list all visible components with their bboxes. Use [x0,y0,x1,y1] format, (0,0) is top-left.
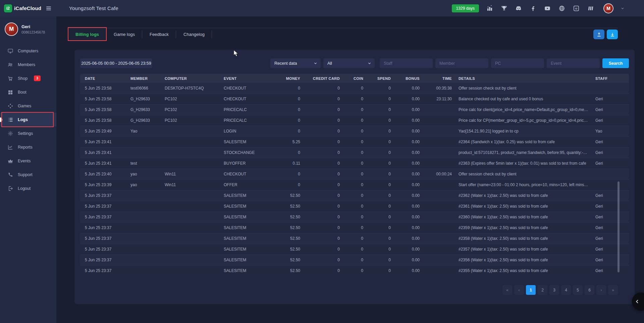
cell-money: 0 [273,126,304,137]
prev-page-button[interactable]: ‹ [514,285,524,295]
search-button[interactable]: Search [602,58,629,68]
days-remaining-badge[interactable]: 1329 days [452,4,479,12]
trophy-icon[interactable] [500,5,508,12]
column-header-bonus[interactable]: BONUS [394,74,423,83]
export-button[interactable] [593,30,604,39]
page-button-3[interactable]: 3 [549,285,559,295]
table-row[interactable]: 5 Jun 25 23:37SALESITEM52.500000.00#2362… [80,190,629,201]
icafecloud-icon[interactable]: i2 [573,5,580,12]
sidebar-item-settings[interactable]: Settings [0,126,56,140]
sidebar-item-reports[interactable]: Reports [0,140,56,154]
table-row[interactable]: 5 Jun 25 23:58G_H29633PC102CHECKOUT00000… [80,94,629,104]
recent-data-value: Recent data [274,61,297,66]
table-row[interactable]: 5 Jun 25 23:40yaoWin11CHECKOUT00000.0000… [80,169,629,179]
list-icon [7,117,13,123]
ranking-icon[interactable] [486,5,493,12]
discord-icon[interactable] [515,5,522,12]
user-avatar[interactable]: M [5,22,18,36]
table-row[interactable]: 5 Jun 25 23:37SALESITEM52.500000.00#2355… [80,265,629,276]
sidebar-item-games[interactable]: Games [0,99,56,113]
tab-feedback[interactable]: Feedback [142,28,176,41]
table-scrollbar[interactable] [618,181,620,272]
sidebar-item-computers[interactable]: Computers [0,44,56,58]
sidebar-item-members[interactable]: Members [0,58,56,71]
column-header-event[interactable]: EVENT [220,74,273,83]
import-button[interactable] [607,30,618,39]
cell-money: 52.50 [273,244,304,255]
sidebar-item-shop[interactable]: Shop 3 [0,71,56,85]
column-header-computer[interactable]: COMPUTER [161,74,220,83]
page-button-6[interactable]: 6 [585,285,594,295]
column-header-details[interactable]: DETAILS [455,74,592,83]
table-row[interactable]: 5 Jun 25 23:37SALESITEM52.500000.00#2358… [80,233,629,244]
sidebar-item-boot[interactable]: Boot [0,85,56,99]
table-row[interactable]: 5 Jun 25 23:58test06066DESKTOP-H7STC4QCH… [80,83,629,94]
cell-member [127,255,161,265]
cell-coin: 0 [343,201,367,212]
stack-icon[interactable] [587,5,594,12]
table-row[interactable]: 5 Jun 25 23:39yaoWin11OFFER00000.00Start… [80,179,629,190]
table-row[interactable]: 5 Jun 25 23:37SALESITEM52.500000.00#2357… [80,244,629,255]
cell-staff: Geri [592,147,629,158]
cell-date: 5 Jun 25 23:37 [80,212,127,222]
date-range-picker[interactable]: 2025-06-05 00:00 - 2025-06-05 23:59 [80,58,152,68]
cell-spend: 0 [367,244,394,255]
recent-data-select[interactable]: Recent data [270,58,321,68]
cell-spend: 0 [367,83,394,94]
column-header-staff[interactable]: STAFF [592,74,629,83]
column-header-spend[interactable]: SPEND [367,74,394,83]
billing-logs-card: 2025-06-05 00:00 - 2025-06-05 23:59 Rece… [74,50,635,304]
page-button-4[interactable]: 4 [561,285,571,295]
page-button-5[interactable]: 5 [573,285,583,295]
staff-input[interactable] [380,58,433,68]
event-type-select[interactable]: All [323,58,375,68]
tab-billing-logs[interactable]: Billing logs [68,28,106,41]
column-header-credit[interactable]: CREDIT CARD [304,74,343,83]
event-input[interactable] [547,58,600,68]
next-page-button[interactable]: › [596,285,606,295]
table-row[interactable]: 5 Jun 25 23:58G_H29633PC102PRICECALC0000… [80,115,629,126]
table-row[interactable]: 5 Jun 25 23:37SALESITEM52.500000.00#2361… [80,201,629,212]
table-row[interactable]: 5 Jun 25 23:49YaoLOGIN00000.00Yao[154.21… [80,126,629,137]
cell-date: 5 Jun 25 23:58 [80,104,127,115]
column-header-money[interactable]: MONEY [273,74,304,83]
column-header-time[interactable]: TIME [423,74,455,83]
sidebar-item-label: Members [18,62,35,67]
hamburger-menu-icon[interactable] [46,5,52,11]
cell-money: 0 [273,147,304,158]
cell-bonus: 0.00 [394,169,423,179]
youtube-icon[interactable] [544,5,551,12]
globe-icon[interactable] [558,5,566,12]
table-row[interactable]: 5 Jun 25 23:58G_H29633PC102PRICECALC0000… [80,104,629,115]
chevron-down-icon[interactable] [621,6,625,10]
table-row[interactable]: 5 Jun 25 23:41SALESITEM5.250000.00#2364 … [80,137,629,147]
member-input[interactable] [435,58,488,68]
avatar[interactable]: M [603,3,613,13]
page-button-2[interactable]: 2 [538,285,547,295]
column-header-member[interactable]: MEMBER [127,74,161,83]
column-header-coin[interactable]: COIN [343,74,367,83]
table-row[interactable]: 5 Jun 25 23:37SALESITEM52.500000.00#2360… [80,212,629,222]
table-row[interactable]: 5 Jun 25 23:41STOCKCHANGE00000.00product… [80,147,629,158]
table-header-row: DATEMEMBERCOMPUTEREVENTMONEYCREDIT CARDC… [80,74,629,83]
page-button-1[interactable]: 1 [526,285,536,295]
table-row[interactable]: 5 Jun 25 23:41testBUYOFFER0.110000.00#23… [80,158,629,169]
brand-logo[interactable]: i2 iCafeCloud [4,4,41,12]
column-header-date[interactable]: DATE [80,74,127,83]
facebook-icon[interactable] [529,5,537,12]
sidebar-item-logs[interactable]: Logs [0,113,56,126]
sidebar-item-logout[interactable]: Logout [0,181,56,195]
table-row[interactable]: 5 Jun 25 23:37SALESITEM52.500000.00#2356… [80,255,629,265]
cell-member: G_H29633 [127,104,161,115]
table-row[interactable]: 5 Jun 25 23:37SALESITEM52.500000.00#2359… [80,222,629,233]
first-page-button[interactable]: « [502,285,512,295]
tab-game-logs[interactable]: Game logs [106,28,142,41]
cell-date: 5 Jun 25 23:37 [80,265,127,276]
tab-changelog[interactable]: Changelog [176,28,212,41]
svg-text:i2: i2 [575,7,578,10]
last-page-button[interactable]: » [608,285,618,295]
sidebar-item-events[interactable]: Events [0,154,56,168]
sidebar-item-support[interactable]: Support [0,168,56,181]
cell-spend: 0 [367,104,394,115]
pc-input[interactable] [491,58,544,68]
